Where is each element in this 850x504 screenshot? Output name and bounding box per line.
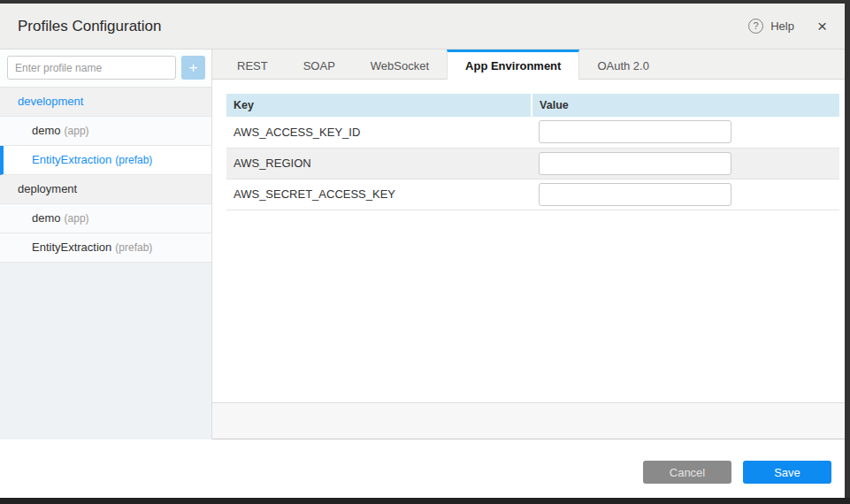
profile-type-suffix: (app) bbox=[65, 125, 89, 137]
header-actions: ? Help × bbox=[748, 18, 827, 34]
env-value-input-aws-secret-access-key[interactable] bbox=[539, 183, 731, 206]
column-header-value: Value bbox=[532, 94, 839, 117]
env-key-aws-region: AWS_REGION bbox=[226, 148, 532, 179]
env-value-input-aws-region[interactable] bbox=[539, 152, 731, 175]
env-key-aws-access-key-id: AWS_ACCESS_KEY_ID bbox=[226, 117, 532, 148]
env-value-input-aws-access-key-id[interactable] bbox=[539, 120, 731, 143]
app-right-edge bbox=[845, 0, 850, 504]
profile-label: demo bbox=[32, 211, 61, 225]
sidebar-item-entityextraction-prefab-2[interactable]: EntityExtraction(prefab) bbox=[0, 233, 211, 263]
app-bottom-edge bbox=[0, 498, 850, 504]
help-link[interactable]: Help bbox=[770, 19, 794, 33]
profiles-configuration-dialog: Profiles Configuration ? Help × + develo… bbox=[0, 0, 850, 504]
tab-soap[interactable]: SOAP bbox=[286, 50, 353, 79]
column-header-key: Key bbox=[226, 94, 532, 117]
close-icon[interactable]: × bbox=[817, 18, 827, 34]
dialog-header: Profiles Configuration ? Help × bbox=[0, 4, 850, 50]
profile-label: EntityExtraction bbox=[32, 241, 111, 254]
help-icon[interactable]: ? bbox=[748, 19, 763, 34]
app-top-edge bbox=[0, 0, 850, 4]
sidebar-item-demo-app[interactable]: demo(app) bbox=[0, 117, 211, 146]
profile-type-suffix: (app) bbox=[65, 212, 89, 225]
cancel-button[interactable]: Cancel bbox=[643, 461, 731, 484]
env-key-aws-secret-access-key: AWS_SECRET_ACCESS_KEY bbox=[226, 179, 532, 210]
profile-label: demo bbox=[32, 124, 61, 137]
sidebar-item-deployment[interactable]: deployment bbox=[0, 175, 211, 204]
service-tabs: REST SOAP WebSocket App Environment OAut… bbox=[212, 50, 850, 80]
dialog-footer: Cancel Save bbox=[0, 439, 850, 498]
add-profile-button[interactable]: + bbox=[181, 56, 205, 80]
app-environment-panel: Key Value AWS_ACCESS_KEY_ID AWS_REGION bbox=[212, 80, 850, 402]
table-row: AWS_ACCESS_KEY_ID bbox=[226, 117, 839, 148]
tab-oauth[interactable]: OAuth 2.0 bbox=[579, 50, 667, 79]
save-button[interactable]: Save bbox=[743, 461, 831, 484]
profile-name-input[interactable] bbox=[7, 56, 176, 80]
table-row: AWS_REGION bbox=[226, 148, 839, 179]
profile-list: development demo(app) EntityExtraction(p… bbox=[0, 88, 211, 263]
profile-search-row: + bbox=[0, 50, 211, 88]
sidebar-item-development[interactable]: development bbox=[0, 88, 211, 117]
profile-label: development bbox=[18, 95, 83, 108]
env-variables-table: Key Value AWS_ACCESS_KEY_ID AWS_REGION bbox=[226, 94, 839, 210]
tab-websocket[interactable]: WebSocket bbox=[353, 50, 447, 79]
page-title: Profiles Configuration bbox=[18, 18, 162, 35]
profile-type-suffix: (prefab) bbox=[115, 241, 152, 254]
tab-app-environment[interactable]: App Environment bbox=[447, 50, 579, 80]
profile-label: EntityExtraction bbox=[32, 153, 111, 166]
content-footer-strip bbox=[212, 402, 850, 439]
sidebar-item-demo-app-2[interactable]: demo(app) bbox=[0, 204, 211, 233]
profile-label: deployment bbox=[18, 182, 77, 195]
dialog-body: + development demo(app) EntityExtraction… bbox=[0, 50, 850, 439]
tab-rest[interactable]: REST bbox=[219, 50, 286, 79]
profiles-sidebar: + development demo(app) EntityExtraction… bbox=[0, 50, 212, 439]
profile-type-suffix: (prefab) bbox=[115, 154, 152, 166]
table-row: AWS_SECRET_ACCESS_KEY bbox=[226, 179, 839, 210]
profile-config-content: REST SOAP WebSocket App Environment OAut… bbox=[212, 50, 850, 439]
table-header-row: Key Value bbox=[226, 94, 839, 117]
sidebar-item-entityextraction-prefab[interactable]: EntityExtraction(prefab) bbox=[0, 146, 211, 175]
